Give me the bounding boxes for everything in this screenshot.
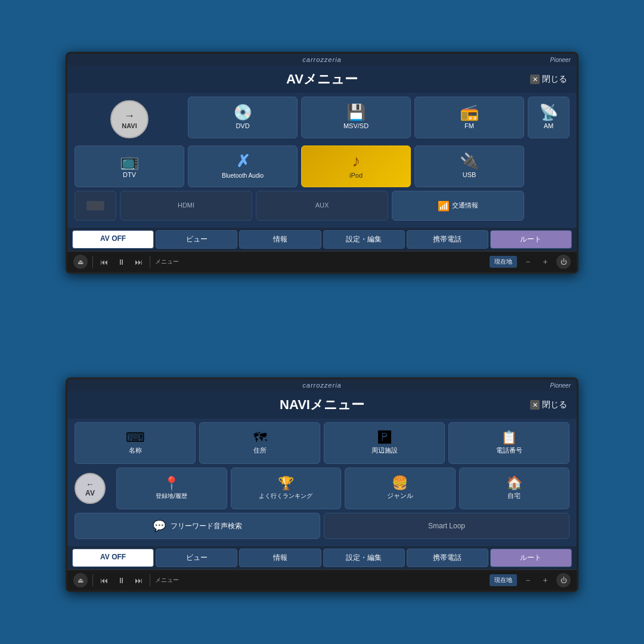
keyboard-icon: ⌨	[126, 431, 145, 444]
navi-prev-button[interactable]: ⏮	[98, 575, 110, 586]
av-menu-header: AVメニュー ✕ 閉じる	[67, 66, 577, 93]
voice-search-icon: 💬	[153, 519, 166, 532]
av-item-fm[interactable]: 📻 FM	[414, 97, 524, 138]
navi-power-button[interactable]: ⏻	[556, 573, 571, 587]
navi-next-button[interactable]: ⏭	[132, 575, 145, 586]
navi-tab-view[interactable]: ビュー	[156, 549, 237, 567]
av-tab-route[interactable]: ルート	[490, 230, 572, 249]
navi-item-home[interactable]: 🏠 自宅	[459, 467, 570, 509]
navi-tab-route[interactable]: ルート	[490, 549, 572, 567]
sd-icon: 💾	[346, 104, 366, 120]
av-tab-phone[interactable]: 携帯電話	[407, 230, 488, 249]
av-plus-button[interactable]: ＋	[539, 255, 552, 268]
navi-pioneer-logo: Pioneer	[550, 382, 571, 389]
av-tab-settings[interactable]: 設定・編集	[323, 230, 405, 249]
av-item-hdmi-icon	[75, 191, 116, 221]
navi-row1: ⌨ 名称 🗺 住所 🅿 周辺施設 📋 電話番号	[75, 422, 569, 464]
navi-tab-settings[interactable]: 設定・編集	[323, 549, 405, 567]
navi-menu-label[interactable]: メニュー	[155, 576, 179, 584]
navi-item-smart-loop[interactable]: Smart Loop	[324, 513, 569, 539]
av-item-am[interactable]: 📡 AM	[528, 97, 569, 138]
navi-item-ranking[interactable]: 🏆 よく行くランキング	[231, 467, 342, 509]
navi-item-name[interactable]: ⌨ 名称	[75, 422, 196, 464]
brand-logo: carrozzeria	[302, 56, 341, 63]
navi-nav-tabs: AV OFF ビュー 情報 設定・編集 携帯電話 ルート	[67, 546, 577, 569]
navi-unit: carrozzeria Pioneer NAVIメニュー ✕ 閉じる ⌨ 名称 …	[66, 377, 578, 592]
av-item-usb[interactable]: 🔌 USB	[414, 145, 524, 187]
navi-item-phone[interactable]: 📋 電話番号	[448, 422, 569, 464]
navi-screen: carrozzeria Pioneer NAVIメニュー ✕ 閉じる ⌨ 名称 …	[67, 379, 577, 569]
av-item-msv-sd[interactable]: 💾 MSV/SD	[301, 97, 411, 138]
ranking-icon: 🏆	[278, 477, 294, 490]
navi-location-button[interactable]: 現在地	[490, 574, 517, 586]
navi-tab-info[interactable]: 情報	[239, 549, 321, 567]
av-item-traffic[interactable]: 📶 交通情報	[392, 191, 524, 221]
dvd-icon: 💿	[233, 104, 252, 120]
navi-row2: ← AV 📍 登録地/履歴 🏆 よく行くランキング 🍔 ジャンル 🏠	[75, 467, 569, 509]
av-back-arrow-icon: ←	[86, 479, 94, 489]
map-icon: 🗺	[253, 431, 267, 444]
av-item-bluetooth[interactable]: ✗ Bluetooth Audio	[188, 145, 298, 187]
navi-bottom-row: 💬 フリーワード音声検索 Smart Loop	[75, 513, 569, 539]
dtv-icon: 📺	[120, 153, 139, 169]
close-x-icon: ✕	[530, 75, 540, 84]
navi-tab-av-off[interactable]: AV OFF	[72, 549, 154, 567]
navi-arrow-icon: →	[124, 110, 135, 122]
av-eject-button[interactable]: ⏏	[73, 255, 88, 269]
av-close-button[interactable]: ✕ 閉じる	[530, 74, 567, 85]
av-tab-av-off[interactable]: AV OFF	[72, 230, 154, 249]
home-icon: 🏠	[506, 476, 522, 490]
navi-grid-area: ⌨ 名称 🗺 住所 🅿 周辺施設 📋 電話番号	[67, 419, 577, 546]
av-unit: carrozzeria Pioneer AVメニュー ✕ 閉じる 💿 DVD 💾…	[66, 52, 578, 274]
av-minus-button[interactable]: －	[522, 255, 534, 268]
av-power-button[interactable]: ⏻	[556, 255, 571, 269]
av-circle-button[interactable]: ← AV	[75, 473, 106, 504]
av-item-hdmi[interactable]: HDMI	[120, 191, 252, 221]
av-location-button[interactable]: 現在地	[490, 256, 517, 268]
traffic-wave-icon: 📶	[438, 200, 450, 212]
navi-item-nearby[interactable]: 🅿 周辺施設	[324, 422, 445, 464]
av-prev-button[interactable]: ⏮	[98, 256, 110, 268]
am-icon: 📡	[539, 104, 558, 120]
navi-minus-button[interactable]: －	[522, 574, 534, 587]
navi-eject-button[interactable]: ⏏	[73, 573, 88, 587]
navi-plus-button[interactable]: ＋	[539, 574, 552, 587]
usb-icon: 🔌	[460, 153, 479, 169]
phone-icon: 📋	[501, 431, 517, 444]
av-next-button[interactable]: ⏭	[132, 256, 145, 268]
navi-menu-title: NAVIメニュー	[280, 396, 364, 414]
navi-item-registered[interactable]: 📍 登録地/履歴	[116, 467, 227, 509]
av-row3: HDMI AUX 📶 交通情報	[75, 191, 569, 221]
av-item-aux[interactable]: AUX	[256, 191, 388, 221]
av-item-dvd[interactable]: 💿 DVD	[188, 97, 298, 138]
av-row2: 📺 DTV ✗ Bluetooth Audio ♪ iPod 🔌 USB	[75, 145, 569, 187]
av-hardware-controls: ⏏ ⏮ ⏸ ⏭ メニュー 現在地 － ＋ ⏻	[67, 251, 577, 272]
av-menu-title: AVメニュー	[286, 70, 358, 88]
navi-item-genre[interactable]: 🍔 ジャンル	[345, 467, 456, 509]
av-screen: carrozzeria Pioneer AVメニュー ✕ 閉じる 💿 DVD 💾…	[67, 54, 577, 251]
av-item-dtv[interactable]: 📺 DTV	[75, 145, 184, 187]
av-row1: 💿 DVD 💾 MSV/SD 📻 FM 📡 AM	[75, 97, 569, 142]
navi-circle-button[interactable]: → NAVI	[110, 100, 148, 138]
navi-hw-divider-2	[150, 574, 150, 586]
parking-icon: 🅿	[378, 431, 391, 444]
fm-icon: 📻	[460, 104, 479, 120]
navi-top-bar: carrozzeria Pioneer	[67, 379, 577, 391]
bluetooth-icon: ✗	[236, 153, 250, 170]
pin-icon: 📍	[163, 477, 179, 490]
av-top-bar: carrozzeria Pioneer	[67, 54, 577, 66]
av-tab-info[interactable]: 情報	[239, 230, 321, 249]
av-menu-label[interactable]: メニュー	[155, 258, 179, 266]
navi-play-pause-button[interactable]: ⏸	[115, 575, 128, 586]
navi-close-button[interactable]: ✕ 閉じる	[530, 400, 567, 410]
av-tab-view[interactable]: ビュー	[156, 230, 237, 249]
av-item-ipod[interactable]: ♪ iPod	[301, 145, 411, 187]
av-grid-area: 💿 DVD 💾 MSV/SD 📻 FM 📡 AM	[67, 93, 577, 228]
av-play-pause-button[interactable]: ⏸	[115, 256, 128, 268]
navi-hardware-controls: ⏏ ⏮ ⏸ ⏭ メニュー 現在地 － ＋ ⏻	[67, 569, 577, 590]
hdmi-shape-icon	[86, 201, 104, 210]
navi-brand-logo: carrozzeria	[302, 382, 341, 389]
navi-item-address[interactable]: 🗺 住所	[199, 422, 320, 464]
navi-item-voice-search[interactable]: 💬 フリーワード音声検索	[75, 513, 320, 539]
navi-tab-phone[interactable]: 携帯電話	[407, 549, 488, 567]
